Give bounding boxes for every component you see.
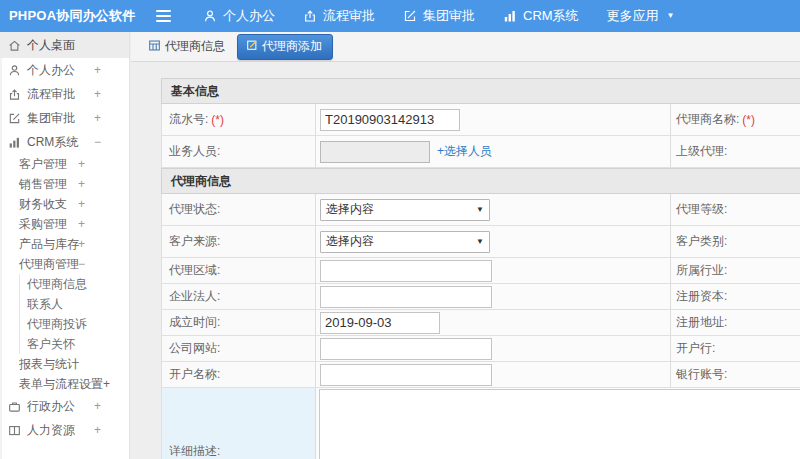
sidebar-item-customer-mgmt[interactable]: 客户管理+ (0, 154, 129, 174)
field-label: 注册资本: (676, 288, 727, 305)
expand-plus-icon[interactable]: + (78, 177, 85, 191)
sidebar-item-label: 客户管理 (19, 156, 67, 173)
sidebar-item-finance[interactable]: 财务收支+ (0, 194, 129, 214)
tab-label: 代理商信息 (165, 38, 225, 55)
hamburger-menu-icon[interactable] (156, 10, 171, 22)
collapse-minus-icon[interactable]: − (94, 135, 101, 149)
sidebar-item-label: 个人办公 (27, 62, 75, 79)
agent-status-select[interactable]: 选择内容▼ (320, 199, 490, 221)
nav-label: 流程审批 (323, 7, 375, 25)
choose-staff-link[interactable]: +选择人员 (437, 143, 492, 160)
select-value: 选择内容 (326, 201, 374, 218)
sidebar-item-human-resources[interactable]: 人力资源 + (0, 418, 129, 442)
sidebar-item-reports-stats[interactable]: 报表与统计 (0, 354, 129, 374)
sidebar-item-personal-office[interactable]: 个人办公 + (0, 58, 129, 82)
required-marker: (*) (742, 113, 755, 127)
user-icon (8, 64, 21, 77)
field-label: 代理等级: (676, 201, 727, 218)
bar-chart-icon (503, 9, 517, 23)
sidebar-item-label: 代理商投诉 (27, 316, 87, 333)
tab-agent-add[interactable]: 代理商添加 (237, 34, 333, 60)
sidebar-item-crm-system[interactable]: CRM系统 − (0, 130, 129, 154)
sidebar-item-label: 产品与库存 (19, 236, 79, 253)
approval-flow-icon (303, 9, 317, 23)
expand-plus-icon[interactable]: + (94, 423, 101, 437)
expand-plus-icon[interactable]: + (94, 399, 101, 413)
sales-staff-input[interactable] (320, 141, 430, 163)
brand-title: PHPOA协同办公软件 (0, 7, 132, 25)
expand-plus-icon[interactable]: + (78, 217, 85, 231)
expand-plus-icon[interactable]: + (94, 63, 101, 77)
legal-person-input[interactable] (320, 286, 492, 308)
customer-source-select[interactable]: 选择内容▼ (320, 231, 490, 253)
field-label: 公司网站: (169, 340, 220, 357)
tab-agent-info[interactable]: 代理商信息 (142, 38, 231, 55)
sidebar-item-form-flow-settings[interactable]: 表单与流程设置+ (0, 374, 129, 394)
sidebar: 个人桌面 个人办公 + 流程审批 + 集团审批 + CRM系统 − 客户管理+ … (0, 32, 130, 459)
nav-flow-approval[interactable]: 流程审批 (289, 0, 389, 32)
field-label: 银行账号: (676, 366, 727, 383)
sidebar-item-flow-approval[interactable]: 流程审批 + (0, 82, 129, 106)
sidebar-item-agent-complaints[interactable]: 代理商投诉 (19, 314, 129, 334)
select-caret-icon: ▼ (476, 237, 484, 246)
sidebar-item-admin-office[interactable]: 行政办公 + (0, 394, 129, 418)
sidebar-item-label: CRM系统 (27, 134, 78, 151)
nav-group-approval[interactable]: 集团审批 (389, 0, 489, 32)
expand-plus-icon[interactable]: + (94, 111, 101, 125)
sidebar-item-group-approval[interactable]: 集团审批 + (0, 106, 129, 130)
tab-bar: 代理商信息 代理商添加 (131, 32, 800, 62)
nav-label: 更多应用 (607, 7, 659, 25)
form-row-customer-source: 客户来源: 选择内容▼ 客户类别: (161, 226, 800, 258)
expand-plus-icon[interactable]: + (78, 157, 85, 171)
agent-region-input[interactable] (320, 260, 492, 282)
field-label: 成立时间: (169, 314, 220, 331)
company-website-input[interactable] (320, 338, 492, 360)
sidebar-item-label: 个人桌面 (27, 37, 75, 54)
expand-plus-icon[interactable]: + (94, 87, 101, 101)
description-textarea[interactable] (319, 389, 800, 459)
founding-date-input[interactable] (320, 312, 440, 334)
section-header-basic-info: 基本信息 (161, 78, 800, 104)
top-nav: 个人办公 流程审批 集团审批 CRM系统 更多应用 ▼ (189, 0, 689, 32)
field-label: 客户来源: (169, 233, 220, 250)
sidebar-item-sales-mgmt[interactable]: 销售管理+ (0, 174, 129, 194)
sidebar-item-label: 集团审批 (27, 110, 75, 127)
select-value: 选择内容 (326, 233, 374, 250)
sidebar-item-label: 代理商信息 (27, 276, 87, 293)
sidebar-item-label: 表单与流程设置+ (19, 376, 110, 393)
edit-icon (246, 39, 258, 54)
field-label: 企业法人: (169, 288, 220, 305)
collapse-minus-icon[interactable]: − (78, 257, 85, 271)
compose-icon (403, 9, 417, 23)
book-icon (8, 424, 21, 437)
field-label: 业务人员: (169, 143, 220, 160)
form-row-company-website: 公司网站: 开户行: (161, 336, 800, 362)
nav-label: 个人办公 (223, 7, 275, 25)
nav-crm-system[interactable]: CRM系统 (489, 0, 593, 32)
nav-personal-office[interactable]: 个人办公 (189, 0, 289, 32)
serial-number-input[interactable] (320, 109, 460, 131)
nav-label: CRM系统 (523, 7, 579, 25)
approval-flow-icon (8, 88, 21, 101)
sidebar-item-procurement[interactable]: 采购管理+ (0, 214, 129, 234)
account-name-input[interactable] (320, 364, 492, 386)
sidebar-item-products-inventory[interactable]: 产品与库存+ (0, 234, 129, 254)
sidebar-item-contacts[interactable]: 联系人 (19, 294, 129, 314)
sidebar-item-label: 客户关怀 (27, 336, 75, 353)
sidebar-item-agent-mgmt[interactable]: 代理商管理− (0, 254, 129, 274)
form-row-founding-date: 成立时间: 注册地址: (161, 310, 800, 336)
form-row-legal-person: 企业法人: 注册资本: (161, 284, 800, 310)
field-label: 代理区域: (169, 262, 220, 279)
sidebar-item-label: 采购管理 (19, 216, 67, 233)
nav-more-apps[interactable]: 更多应用 ▼ (593, 0, 689, 32)
tab-label: 代理商添加 (262, 38, 322, 55)
sidebar-item-customer-care[interactable]: 客户关怀 (19, 334, 129, 354)
field-label: 上级代理: (676, 143, 727, 160)
sidebar-item-personal-desktop[interactable]: 个人桌面 (0, 32, 129, 58)
expand-plus-icon[interactable]: + (78, 237, 85, 251)
field-label: 代理商名称: (676, 111, 739, 128)
caret-down-icon: ▼ (667, 12, 675, 20)
field-label: 开户名称: (169, 366, 220, 383)
expand-plus-icon[interactable]: + (78, 197, 85, 211)
sidebar-item-agent-info[interactable]: 代理商信息 (19, 274, 129, 294)
